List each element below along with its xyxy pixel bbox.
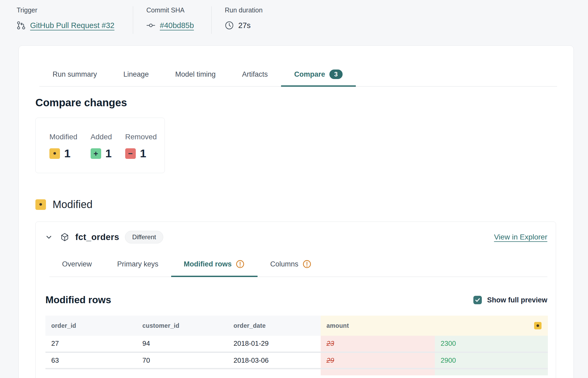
meta-divider xyxy=(211,6,212,34)
cell-amount-new: 2300 xyxy=(435,336,548,352)
stat-added: Added + 1 xyxy=(91,133,112,173)
modified-section-header: • Modified xyxy=(35,199,557,210)
tab-compare[interactable]: Compare 3 xyxy=(281,66,356,87)
cell-customer-id: 70 xyxy=(137,352,228,368)
tab-model-timing[interactable]: Model timing xyxy=(162,66,229,87)
run-meta-bar: Trigger GitHub Pull Request #32 Commit S… xyxy=(0,0,588,34)
warning-icon xyxy=(235,259,245,269)
column-header-order-date: order_date xyxy=(228,316,321,336)
cell-order-date: 2018-03-06 xyxy=(228,352,321,368)
checkbox-checked-icon[interactable] xyxy=(473,296,482,304)
column-header-customer-id: customer_id xyxy=(137,316,228,336)
compare-changes-heading: Compare changes xyxy=(35,97,557,109)
modified-rows-heading: Modified rows xyxy=(45,294,111,306)
modified-column-marker-icon xyxy=(534,322,542,329)
cell-order-id: 27 xyxy=(45,336,137,352)
modified-heading: Modified xyxy=(53,199,92,210)
pull-request-icon xyxy=(17,21,26,30)
stat-value: 1 xyxy=(105,147,112,160)
commit-sha-label: Commit SHA xyxy=(146,6,211,14)
show-full-preview-label: Show full preview xyxy=(487,296,547,304)
run-duration-label: Run duration xyxy=(225,6,263,14)
stat-value: 1 xyxy=(64,147,71,160)
cell-amount-new: 2900 xyxy=(435,352,548,368)
stat-label: Added xyxy=(91,133,112,141)
tab-run-summary[interactable]: Run summary xyxy=(39,66,110,87)
stat-removed: Removed − 1 xyxy=(125,133,157,173)
modified-dot-icon: • xyxy=(35,199,46,210)
cell-amount-old: 23 xyxy=(321,336,435,352)
show-full-preview-toggle[interactable]: Show full preview xyxy=(473,296,547,304)
commit-link[interactable]: #40bd85b xyxy=(160,21,194,30)
package-icon xyxy=(60,233,69,242)
model-tabs: Overview Primary keys Modified rows Colu… xyxy=(49,256,547,277)
stat-value: 1 xyxy=(140,147,146,160)
model-name: fct_orders xyxy=(75,232,119,242)
compare-count-badge: 3 xyxy=(329,70,343,79)
tab-primary-keys[interactable]: Primary keys xyxy=(105,256,171,277)
cell-customer-id: 94 xyxy=(137,336,228,352)
warning-icon xyxy=(302,259,312,269)
table-row: 27 94 2018-01-29 23 2300 xyxy=(45,336,548,352)
tab-lineage[interactable]: Lineage xyxy=(110,66,162,87)
cell-order-date: 2018-01-29 xyxy=(228,336,321,352)
commit-icon xyxy=(146,21,155,30)
change-summary-card: Modified • 1 Added + 1 Removed − 1 xyxy=(35,118,165,173)
added-plus-icon: + xyxy=(91,148,101,159)
column-header-amount: amount xyxy=(321,316,548,336)
view-in-explorer-link[interactable]: View in Explorer xyxy=(494,233,547,241)
chevron-down-icon[interactable] xyxy=(45,234,52,241)
stat-modified: Modified • 1 xyxy=(49,133,77,173)
stat-label: Removed xyxy=(125,133,157,141)
removed-minus-icon: − xyxy=(125,148,136,159)
meta-divider xyxy=(133,6,133,34)
cell-order-id: 63 xyxy=(45,352,137,368)
clock-icon xyxy=(225,21,234,30)
modified-rows-table: order_id customer_id order_date amount 2… xyxy=(45,316,548,375)
run-detail-card: Run summary Lineage Model timing Artifac… xyxy=(18,45,574,378)
table-header-row: order_id customer_id order_date amount xyxy=(45,316,548,336)
run-duration-value: 27s xyxy=(238,21,251,30)
tab-modified-rows[interactable]: Modified rows xyxy=(171,256,258,277)
column-header-order-id: order_id xyxy=(45,316,137,336)
model-card-fct-orders: fct_orders Different View in Explorer Ov… xyxy=(35,222,556,378)
trigger-label: Trigger xyxy=(17,6,133,14)
stat-label: Modified xyxy=(49,133,77,141)
tab-artifacts[interactable]: Artifacts xyxy=(229,66,281,87)
tab-overview[interactable]: Overview xyxy=(49,256,105,277)
trigger-link[interactable]: GitHub Pull Request #32 xyxy=(30,21,114,30)
run-tabs: Run summary Lineage Model timing Artifac… xyxy=(39,66,557,87)
tab-columns[interactable]: Columns xyxy=(258,256,324,277)
table-row: 63 70 2018-03-06 29 2900 xyxy=(45,352,548,368)
cell-amount-old: 29 xyxy=(321,352,435,368)
table-row xyxy=(45,368,548,375)
status-badge: Different xyxy=(125,231,163,243)
modified-dot-icon: • xyxy=(49,148,60,159)
